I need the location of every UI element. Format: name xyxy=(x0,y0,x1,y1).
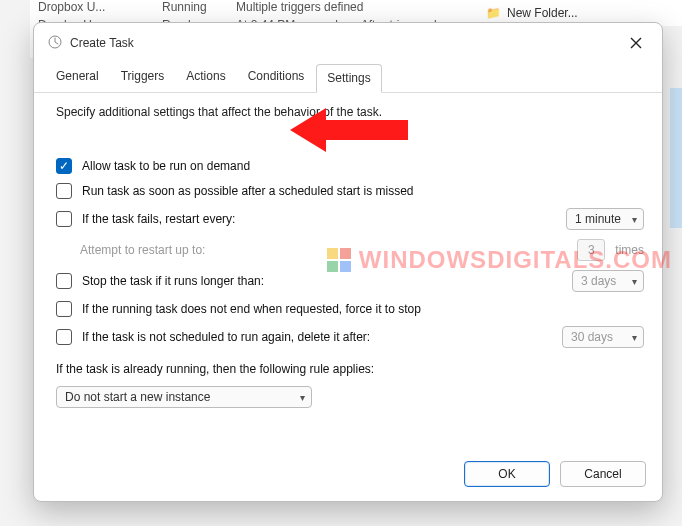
tab-settings[interactable]: Settings xyxy=(316,64,381,93)
dialog-title: Create Task xyxy=(70,36,134,50)
bg-task-name: Dropbox U... xyxy=(38,0,148,14)
tab-conditions[interactable]: Conditions xyxy=(238,63,315,92)
checkbox-allow-on-demand[interactable] xyxy=(56,158,72,174)
select-restart-every[interactable]: 1 minute ▾ xyxy=(566,208,644,230)
checkbox-force-stop[interactable] xyxy=(56,301,72,317)
bg-task-status: Running xyxy=(162,0,222,14)
label-delete-after: If the task is not scheduled to run agai… xyxy=(82,330,370,344)
close-button[interactable] xyxy=(622,31,650,55)
side-accent xyxy=(670,88,682,228)
settings-description: Specify additional settings that affect … xyxy=(56,105,644,119)
tab-triggers[interactable]: Triggers xyxy=(111,63,175,92)
label-rule: If the task is already running, then the… xyxy=(56,362,644,376)
settings-panel: Specify additional settings that affect … xyxy=(34,93,662,451)
label-stop-longer: Stop the task if it runs longer than: xyxy=(82,274,264,288)
create-task-dialog: Create Task General Triggers Actions Con… xyxy=(33,22,663,502)
tab-actions[interactable]: Actions xyxy=(176,63,235,92)
label-run-asap: Run task as soon as possible after a sch… xyxy=(82,184,414,198)
select-restart-every-value: 1 minute xyxy=(575,212,621,226)
folder-icon: 📁 xyxy=(486,6,501,20)
clock-icon xyxy=(48,35,62,52)
label-if-fails: If the task fails, restart every: xyxy=(82,212,235,226)
tabs: General Triggers Actions Conditions Sett… xyxy=(34,59,662,93)
tab-general[interactable]: General xyxy=(46,63,109,92)
select-stop-longer-value: 3 days xyxy=(581,274,616,288)
select-running-rule-value: Do not start a new instance xyxy=(65,390,210,404)
label-force-stop: If the running task does not end when re… xyxy=(82,302,421,316)
bg-task-trigger: Multiple triggers defined xyxy=(236,0,363,14)
select-running-rule[interactable]: Do not start a new instance ▾ xyxy=(56,386,312,408)
select-stop-longer[interactable]: 3 days ▾ xyxy=(572,270,644,292)
chevron-down-icon: ▾ xyxy=(300,392,305,403)
cancel-button[interactable]: Cancel xyxy=(560,461,646,487)
close-icon xyxy=(630,37,642,49)
checkbox-if-fails[interactable] xyxy=(56,211,72,227)
titlebar: Create Task xyxy=(34,23,662,59)
chevron-down-icon: ▾ xyxy=(632,214,637,225)
input-attempt-count[interactable]: 3 xyxy=(577,239,605,261)
new-folder-label: New Folder... xyxy=(507,6,578,20)
dialog-footer: OK Cancel xyxy=(34,451,662,501)
select-delete-after[interactable]: 30 days ▾ xyxy=(562,326,644,348)
label-allow-on-demand: Allow task to be run on demand xyxy=(82,159,250,173)
label-times: times xyxy=(615,243,644,257)
ok-button[interactable]: OK xyxy=(464,461,550,487)
checkbox-delete-after[interactable] xyxy=(56,329,72,345)
checkbox-run-asap[interactable] xyxy=(56,183,72,199)
chevron-down-icon: ▾ xyxy=(632,332,637,343)
select-delete-after-value: 30 days xyxy=(571,330,613,344)
chevron-down-icon: ▾ xyxy=(632,276,637,287)
checkbox-stop-longer[interactable] xyxy=(56,273,72,289)
label-attempt: Attempt to restart up to: xyxy=(80,243,205,257)
